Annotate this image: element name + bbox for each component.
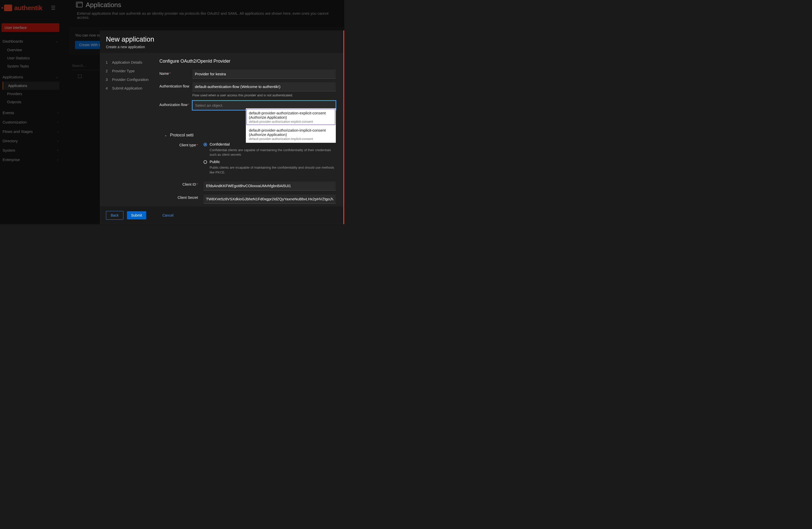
- applications-icon: [77, 3, 83, 8]
- confidential-help: Confidential clients are capable of main…: [209, 148, 336, 157]
- modal-title: New application: [106, 35, 337, 43]
- sidebar-group-system[interactable]: System›: [1, 146, 59, 155]
- chevron-down-icon: ⌄: [56, 40, 58, 43]
- logo[interactable]: authentik: [4, 4, 42, 12]
- authz-flow-label: Authorization flow*: [159, 101, 190, 107]
- select-all-checkbox[interactable]: [78, 74, 82, 78]
- page-title: Applications: [86, 1, 121, 9]
- chevron-down-icon: ⌄: [164, 133, 167, 137]
- cancel-button[interactable]: Cancel: [159, 211, 177, 219]
- step-provider-configuration[interactable]: 3Provider Configuration: [105, 75, 151, 84]
- step-submit-application[interactable]: 4Submit Application: [105, 84, 151, 92]
- name-label: Name*: [159, 70, 190, 75]
- brand-text: authentik: [14, 4, 42, 12]
- chevron-down-icon: ⌄: [56, 75, 58, 79]
- page-subtitle: External applications that use authentik…: [77, 11, 336, 19]
- dropdown-option-implicit[interactable]: default-provider-authorization-implicit-…: [246, 126, 336, 143]
- name-input[interactable]: [192, 70, 336, 78]
- radio-icon: [203, 160, 207, 164]
- sidebar: User interface Dashboards⌄ Overview User…: [0, 16, 61, 224]
- sidebar-group-applications[interactable]: Applications⌄: [1, 72, 59, 82]
- form-title: Configure OAuth2/OpenId Provider: [159, 59, 336, 64]
- modal-subtitle: Create a new application: [106, 45, 337, 49]
- sidebar-group-customization[interactable]: Customization›: [1, 117, 59, 127]
- sidebar-item-user-statistics[interactable]: User Statistics: [1, 54, 59, 62]
- wizard-steps: 1Application Details 2Provider Type 3Pro…: [100, 53, 154, 206]
- sidebar-group-dashboards[interactable]: Dashboards⌄: [1, 37, 59, 46]
- step-provider-type[interactable]: 2Provider Type: [105, 67, 151, 75]
- logo-icon: [4, 4, 12, 11]
- sidebar-item-applications[interactable]: Applications: [2, 82, 59, 90]
- modal-footer: Back Submit Cancel: [100, 206, 344, 224]
- sidebar-group-flows[interactable]: Flows and Stages›: [1, 127, 59, 136]
- form-area: Configure OAuth2/OpenId Provider Name* A…: [154, 53, 344, 206]
- sidebar-group-enterprise[interactable]: Enterprise›: [1, 155, 59, 164]
- public-help: Public clients are incapable of maintain…: [209, 165, 336, 174]
- client-id-label: Client ID*: [171, 181, 201, 186]
- submit-button[interactable]: Submit: [127, 211, 146, 219]
- sidebar-group-directory[interactable]: Directory›: [1, 136, 59, 146]
- user-interface-button[interactable]: User interface: [1, 23, 59, 32]
- authz-flow-dropdown: default-provider-authorization-explicit-…: [246, 108, 336, 143]
- radio-icon: [203, 143, 207, 146]
- client-secret-label: Client Secret: [171, 195, 201, 200]
- sidebar-group-events[interactable]: Events›: [1, 108, 59, 117]
- client-type-label: Client type*: [171, 142, 201, 147]
- sidebar-item-system-tasks[interactable]: System Tasks: [1, 62, 59, 70]
- new-application-modal: New application Create a new application…: [100, 30, 344, 224]
- dropdown-option-explicit[interactable]: default-provider-authorization-explicit-…: [246, 108, 336, 126]
- sidebar-item-outposts[interactable]: Outposts: [1, 98, 59, 106]
- client-id-input[interactable]: [203, 181, 336, 190]
- client-type-public[interactable]: Public: [203, 159, 336, 164]
- menu-toggle-icon[interactable]: ☰: [51, 5, 56, 11]
- auth-flow-helper: Flow used when a user access this provid…: [192, 93, 336, 97]
- chevron-right-icon: ›: [57, 158, 58, 161]
- auth-flow-label: Authentication flow: [159, 82, 190, 88]
- client-secret-input[interactable]: [203, 195, 336, 204]
- chevron-right-icon: ›: [57, 139, 58, 143]
- back-button[interactable]: Back: [106, 211, 124, 219]
- sidebar-item-providers[interactable]: Providers: [1, 90, 59, 98]
- step-application-details[interactable]: 1Application Details: [105, 58, 151, 67]
- auth-flow-select[interactable]: [192, 82, 336, 91]
- chevron-right-icon: ›: [57, 130, 58, 133]
- sidebar-item-overview[interactable]: Overview: [1, 46, 59, 54]
- chevron-right-icon: ›: [57, 111, 58, 115]
- chevron-right-icon: ›: [57, 120, 58, 124]
- chevron-right-icon: ›: [57, 148, 58, 152]
